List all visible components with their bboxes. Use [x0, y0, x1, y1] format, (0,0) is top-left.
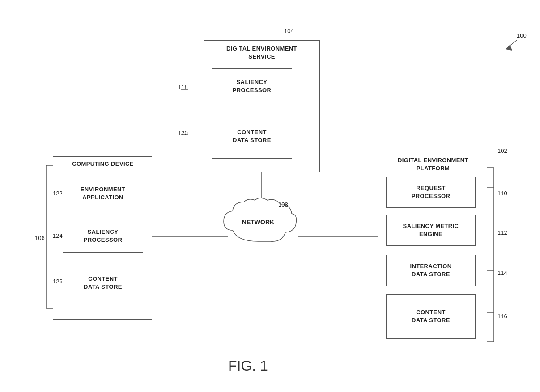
ref-102: 102 [497, 148, 507, 154]
diagram: COMPUTING DEVICE ENVIRONMENTAPPLICATION … [0, 0, 540, 392]
request-processor-box: REQUESTPROCESSOR [386, 177, 476, 208]
content-datastore-mid-box: CONTENTDATA STORE [212, 114, 292, 159]
content-datastore-right-box: CONTENTDATA STORE [386, 294, 476, 339]
content-datastore-right-label: CONTENTDATA STORE [412, 308, 450, 324]
interaction-datastore-label: INTERACTIONDATA STORE [410, 262, 451, 278]
ref-124: 124 [53, 232, 63, 239]
ref-120: 120 [178, 130, 188, 136]
ref-122: 122 [53, 190, 63, 197]
svg-text:NETWORK: NETWORK [242, 219, 274, 226]
saliency-processor-left-label: SALIENCYPROCESSOR [84, 228, 123, 244]
content-datastore-mid-label: CONTENTDATA STORE [233, 128, 271, 144]
ref-100: 100 [517, 32, 527, 39]
content-datastore-left-label: CONTENTDATA STORE [84, 275, 122, 291]
ref-106: 106 [35, 235, 45, 241]
ref-110: 110 [497, 190, 507, 197]
ref-108: 108 [278, 201, 288, 208]
saliency-metric-engine-label: SALIENCY METRICENGINE [403, 222, 459, 238]
saliency-processor-mid-box: SALIENCYPROCESSOR [212, 68, 292, 104]
figure-label: FIG. 1 [228, 358, 268, 374]
digital-env-platform-label: DIGITAL ENVIRONMENTPLATFORM [384, 156, 482, 172]
svg-marker-19 [506, 45, 512, 51]
interaction-datastore-box: INTERACTIONDATA STORE [386, 255, 476, 286]
ref-116: 116 [497, 313, 507, 320]
saliency-processor-mid-label: SALIENCYPROCESSOR [233, 78, 272, 94]
saliency-processor-left-box: SALIENCYPROCESSOR [63, 219, 143, 253]
environment-application-label: ENVIRONMENTAPPLICATION [81, 185, 125, 201]
request-processor-label: REQUESTPROCESSOR [412, 184, 451, 200]
ref-112: 112 [497, 229, 507, 236]
saliency-metric-engine-box: SALIENCY METRICENGINE [386, 215, 476, 246]
ref-118: 118 [178, 84, 188, 90]
svg-line-18 [506, 40, 517, 49]
environment-application-box: ENVIRONMENTAPPLICATION [63, 177, 143, 210]
content-datastore-left-box: CONTENTDATA STORE [63, 266, 143, 299]
ref-104: 104 [284, 28, 294, 34]
computing-device-label: COMPUTING DEVICE [63, 160, 143, 168]
ref-126: 126 [53, 278, 63, 285]
ref-114: 114 [497, 270, 507, 276]
digital-env-service-label: DIGITAL ENVIRONMENTSERVICE [209, 45, 314, 60]
